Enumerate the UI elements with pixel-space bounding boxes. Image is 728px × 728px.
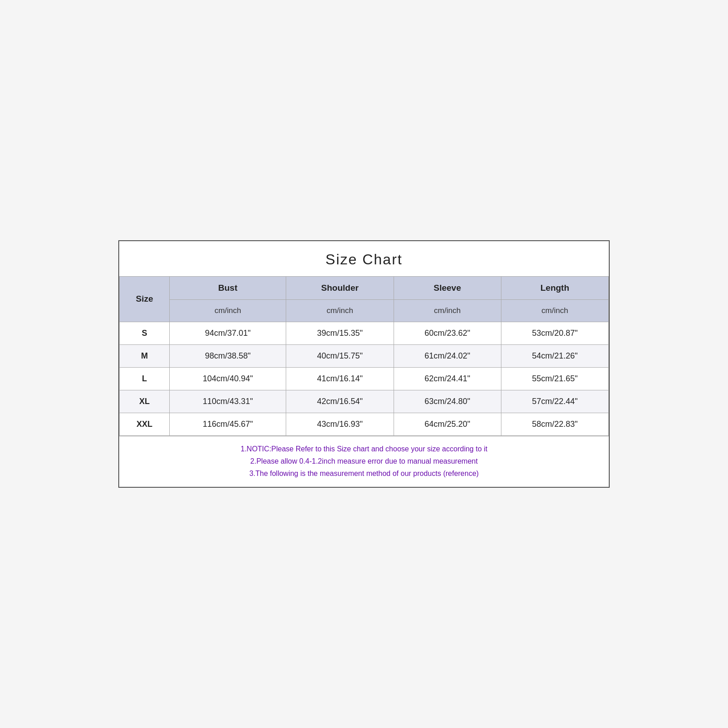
table-row: S94cm/37.01"39cm/15.35"60cm/23.62"53cm/2… — [120, 322, 609, 344]
length-cell: 54cm/21.26" — [501, 344, 608, 367]
shoulder-cell: 41cm/16.14" — [286, 367, 394, 390]
header-bust: Bust — [170, 276, 286, 299]
shoulder-cell: 39cm/15.35" — [286, 322, 394, 344]
note-1: 1.NOTIC:Please Refer to this Size chart … — [133, 443, 595, 455]
table-row: L104cm/40.94"41cm/16.14"62cm/24.41"55cm/… — [120, 367, 609, 390]
length-cell: 53cm/20.87" — [501, 322, 608, 344]
size-chart-table: Size Bust Shoulder Sleeve Length cm/inch… — [119, 276, 609, 436]
subheader-length-unit: cm/inch — [501, 299, 608, 322]
header-size: Size — [120, 276, 170, 322]
size-cell: S — [120, 322, 170, 344]
sleeve-cell: 62cm/24.41" — [394, 367, 501, 390]
header-length: Length — [501, 276, 608, 299]
shoulder-cell: 43cm/16.93" — [286, 413, 394, 435]
table-row: XL110cm/43.31"42cm/16.54"63cm/24.80"57cm… — [120, 390, 609, 413]
note-3: 3.The following is the measurement metho… — [133, 467, 595, 480]
bust-cell: 104cm/40.94" — [170, 367, 286, 390]
bust-cell: 98cm/38.58" — [170, 344, 286, 367]
size-cell: M — [120, 344, 170, 367]
table-row: M98cm/38.58"40cm/15.75"61cm/24.02"54cm/2… — [120, 344, 609, 367]
subheader-sleeve-unit: cm/inch — [394, 299, 501, 322]
shoulder-cell: 42cm/16.54" — [286, 390, 394, 413]
length-cell: 55cm/21.65" — [501, 367, 608, 390]
bust-cell: 94cm/37.01" — [170, 322, 286, 344]
size-chart-title: Size Chart — [119, 241, 609, 276]
size-cell: XL — [120, 390, 170, 413]
header-sleeve: Sleeve — [394, 276, 501, 299]
sleeve-cell: 64cm/25.20" — [394, 413, 501, 435]
sleeve-cell: 60cm/23.62" — [394, 322, 501, 344]
notes-section: 1.NOTIC:Please Refer to this Size chart … — [119, 436, 609, 487]
page-container: Size Chart Size Bust Shoulder Sleeve Len… — [0, 0, 728, 728]
header-shoulder: Shoulder — [286, 276, 394, 299]
sleeve-cell: 61cm/24.02" — [394, 344, 501, 367]
subheader-row: cm/inch cm/inch cm/inch cm/inch — [120, 299, 609, 322]
subheader-bust-unit: cm/inch — [170, 299, 286, 322]
bust-cell: 110cm/43.31" — [170, 390, 286, 413]
note-2: 2.Please allow 0.4-1.2inch measure error… — [133, 455, 595, 467]
size-chart-wrapper: Size Chart Size Bust Shoulder Sleeve Len… — [118, 240, 610, 488]
size-cell: XXL — [120, 413, 170, 435]
shoulder-cell: 40cm/15.75" — [286, 344, 394, 367]
subheader-shoulder-unit: cm/inch — [286, 299, 394, 322]
sleeve-cell: 63cm/24.80" — [394, 390, 501, 413]
length-cell: 58cm/22.83" — [501, 413, 608, 435]
bust-cell: 116cm/45.67" — [170, 413, 286, 435]
header-row: Size Bust Shoulder Sleeve Length — [120, 276, 609, 299]
length-cell: 57cm/22.44" — [501, 390, 608, 413]
size-cell: L — [120, 367, 170, 390]
table-row: XXL116cm/45.67"43cm/16.93"64cm/25.20"58c… — [120, 413, 609, 435]
table-body: S94cm/37.01"39cm/15.35"60cm/23.62"53cm/2… — [120, 322, 609, 435]
